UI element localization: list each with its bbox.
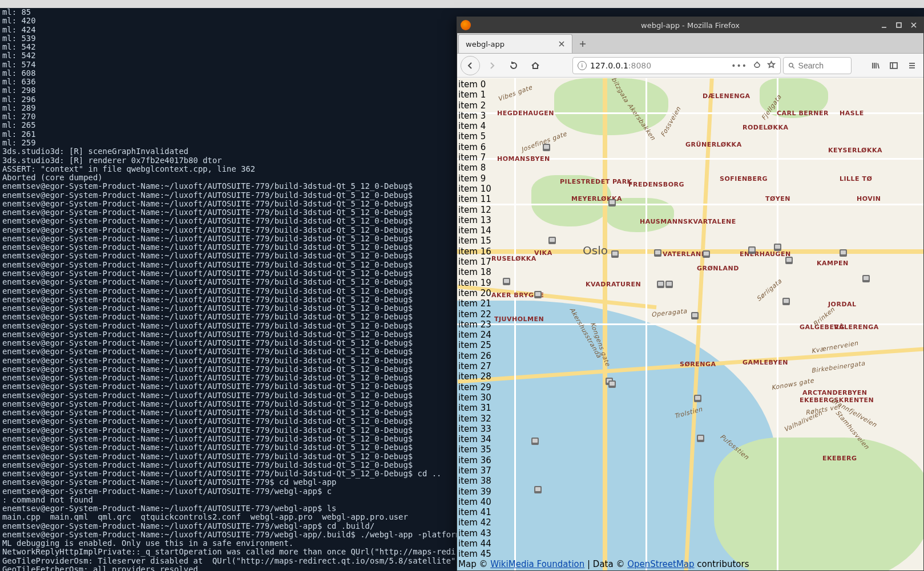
- transit-stop-icon: [608, 380, 616, 388]
- firefox-titlebar[interactable]: webgl-app - Mozilla Firefox: [457, 17, 923, 33]
- attribution-link-wikimedia[interactable]: WikiMedia Foundation: [490, 559, 584, 569]
- map-place-label: KEYSERLØKKA: [828, 147, 882, 154]
- list-item: item 20: [458, 288, 491, 298]
- map-street-label: Sørligata: [755, 277, 783, 302]
- tab-label: webgl-app: [466, 40, 557, 48]
- transit-stop-icon: [748, 246, 756, 254]
- map-place-label: ENERHAUGEN: [740, 250, 791, 258]
- list-item: item 9: [458, 173, 491, 184]
- reader-mode-icon[interactable]: [753, 60, 761, 71]
- list-item: item 18: [458, 267, 491, 277]
- reload-button[interactable]: [504, 56, 523, 75]
- list-item: item 7: [458, 152, 491, 163]
- hamburger-menu-icon[interactable]: [904, 57, 920, 74]
- transit-stop-icon: [531, 438, 539, 445]
- maximize-button[interactable]: [891, 17, 906, 33]
- list-item: item 28: [458, 371, 491, 382]
- list-item: item 30: [458, 392, 491, 403]
- transit-stop-icon: [840, 249, 847, 257]
- library-icon[interactable]: [867, 57, 883, 74]
- search-icon: [788, 62, 795, 70]
- map-place-label: RUSELØKKA: [491, 255, 536, 262]
- list-item: item 39: [458, 487, 491, 497]
- list-item: item 1: [458, 90, 491, 100]
- url-text: 127.0.0.1:8080: [590, 61, 728, 70]
- search-input[interactable]: [798, 61, 846, 70]
- bookmark-star-icon[interactable]: [767, 60, 776, 71]
- list-item: item 12: [458, 205, 491, 215]
- map-place-label: HEGDEHAUGEN: [497, 110, 554, 117]
- url-bar[interactable]: i 127.0.0.1:8080 •••: [572, 57, 781, 74]
- window-title: webgl-app - Mozilla Firefox: [457, 21, 923, 30]
- map-street-label: Operagata: [651, 307, 687, 319]
- list-item: item 36: [458, 455, 491, 465]
- list-item: item 42: [458, 517, 491, 528]
- map-place-label: RODELØKKA: [743, 124, 789, 131]
- minimize-button[interactable]: [877, 17, 891, 33]
- list-item: item 6: [458, 142, 491, 152]
- list-item: item 15: [458, 236, 491, 246]
- transit-stop-icon: [665, 281, 673, 288]
- site-info-icon[interactable]: i: [578, 61, 587, 70]
- list-item: item 31: [458, 403, 491, 413]
- list-item: item 4: [458, 121, 491, 131]
- map-canvas[interactable]: Oslo HEGDEHAUGENHOMANSBYENDÆLENENGACARL …: [457, 78, 923, 570]
- search-box[interactable]: [783, 57, 852, 74]
- list-item: item 3: [458, 111, 491, 121]
- map-place-label: GRØNLAND: [697, 265, 739, 272]
- map-place-label: LILLE TØ: [840, 175, 872, 183]
- map-place-label: HOVIN: [857, 195, 881, 203]
- transit-stop-icon: [611, 250, 619, 258]
- list-item: item 2: [458, 100, 491, 111]
- transit-stop-icon: [782, 298, 790, 305]
- list-item: item 29: [458, 382, 491, 392]
- home-button[interactable]: [526, 56, 545, 75]
- terminal-line: ml: 85: [2, 8, 924, 17]
- tab-close-icon[interactable]: [557, 39, 566, 48]
- list-item: item 35: [458, 444, 491, 455]
- list-item: item 27: [458, 361, 491, 371]
- attribution-link-osm[interactable]: OpenStreetMap: [627, 559, 694, 569]
- list-item: item 22: [458, 309, 491, 319]
- new-tab-button[interactable]: [572, 34, 593, 53]
- transit-stop-icon: [534, 486, 542, 493]
- svg-line-10: [792, 66, 794, 68]
- map-place-label: PILESTREDET PARK: [560, 178, 632, 185]
- back-button[interactable]: [461, 56, 480, 75]
- list-item: item 10: [458, 184, 491, 194]
- sidebar-icon[interactable]: [886, 57, 902, 74]
- svg-line-14: [878, 63, 879, 68]
- map-attribution: Map © WikiMedia Foundation | Data © Open…: [458, 559, 749, 569]
- map-place-label: HASLE: [840, 110, 864, 117]
- map-street-label: Valhallveien: [783, 409, 824, 433]
- page-content: Oslo HEGDEHAUGENHOMANSBYENDÆLENENGACARL …: [457, 78, 923, 570]
- tab-webgl-app[interactable]: webgl-app: [458, 34, 572, 53]
- list-item: item 5: [458, 131, 491, 141]
- desktop-top-bar: [0, 0, 924, 8]
- forward-button[interactable]: [482, 56, 502, 75]
- firefox-icon: [461, 20, 471, 30]
- page-actions-icon[interactable]: •••: [731, 61, 747, 70]
- map-place-label: HOMANSBYEN: [497, 155, 550, 163]
- item-list: item 0item 1item 2item 3item 4item 5item…: [458, 79, 491, 560]
- list-item: item 32: [458, 414, 491, 424]
- list-item: item 19: [458, 278, 491, 288]
- map-place-label: DÆLENENGA: [703, 92, 751, 100]
- close-button[interactable]: [906, 17, 921, 33]
- map-place-label: FREDENSBORG: [628, 181, 684, 188]
- list-item: item 23: [458, 319, 491, 330]
- map-place-label: TØYEN: [765, 195, 790, 203]
- map-street-label: Birkebeinergata: [811, 359, 866, 374]
- list-item: item 40: [458, 497, 491, 507]
- list-item: item 0: [458, 79, 491, 90]
- list-item: item 16: [458, 246, 491, 257]
- transit-stop-icon: [703, 250, 710, 258]
- list-item: item 24: [458, 330, 491, 340]
- list-item: item 25: [458, 340, 491, 350]
- map-place-label: HAUSMANNSKVARTALENE: [640, 218, 736, 225]
- svg-rect-15: [890, 63, 897, 68]
- transit-stop-icon: [543, 144, 550, 151]
- map-city-label: Oslo: [583, 244, 608, 257]
- svg-point-9: [789, 63, 793, 67]
- tab-strip: webgl-app: [457, 33, 923, 54]
